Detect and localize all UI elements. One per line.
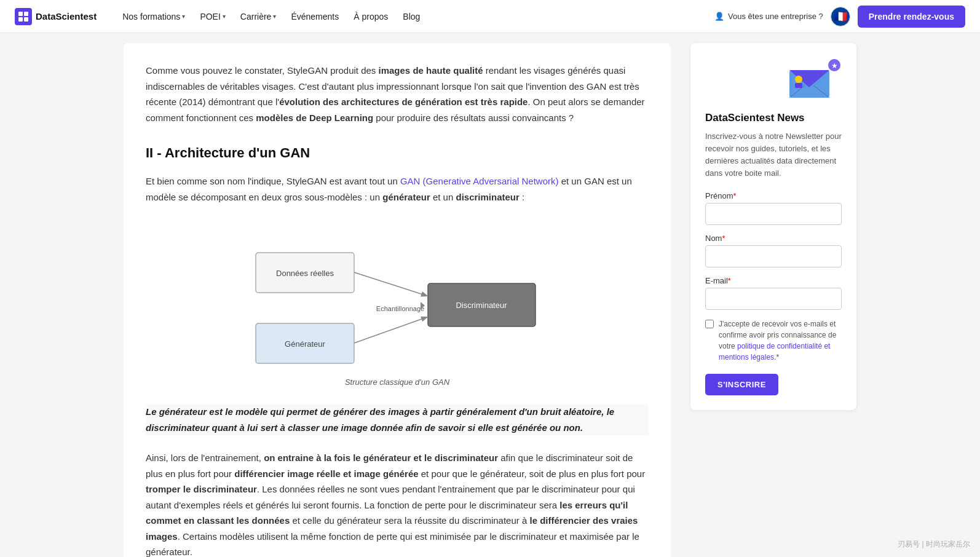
body-paragraph-1: Et bien comme son nom l'indique, StyleGA… [146,173,649,205]
section-title: II - Architecture d'un GAN [146,145,649,161]
language-selector[interactable]: 🇫🇷 [831,7,850,26]
svg-text:Discriminateur: Discriminateur [456,301,507,310]
chevron-down-icon: ▾ [273,13,276,20]
prenom-input[interactable] [705,203,842,225]
enterprise-icon: 👤 [714,12,724,21]
svg-line-11 [354,317,427,343]
nav-item-nos-formations[interactable]: Nos formations▾ [116,8,191,25]
newsletter-title: DataScientest News [705,112,842,124]
enterprise-button[interactable]: 👤 Vous êtes une entreprise ? [714,12,823,21]
svg-text:Générateur: Générateur [285,339,325,349]
nav-item-à-propos[interactable]: À propos [347,8,394,25]
watermark: 刃易号 | 时尚玩家岳尔 [898,539,970,550]
newsletter-icon: ★ [786,58,842,107]
svg-text:Données réelles: Données réelles [276,269,334,278]
svg-text:★: ★ [831,61,838,70]
diagram-caption: Structure classique d'un GAN [345,377,449,387]
email-label: E-mail* [705,276,842,285]
consent-label: J'accepte de recevoir vos e-mails et con… [719,318,842,363]
logo-text: DataScientest [36,11,97,22]
chevron-down-icon: ▾ [182,13,185,20]
svg-rect-0 [18,12,23,16]
email-input[interactable] [705,288,842,310]
nav-label: Nos formations [122,12,180,22]
body-paragraph-2: Ainsi, lors de l'entrainement, on entrai… [146,450,649,557]
gan-link[interactable]: GAN (Generative Adversarial Network) [400,176,559,186]
cta-button[interactable]: Prendre rendez-vous [858,6,965,28]
nav-item-blog[interactable]: Blog [397,8,426,25]
newsletter-icon-wrap: ★ [705,58,842,107]
svg-rect-21 [795,83,802,88]
nav-label: Événements [291,12,339,22]
gan-diagram: Données réelles Générateur Discriminateu… [146,222,649,387]
consent-row: J'accepte de recevoir vos e-mails et con… [705,318,842,363]
diagram-svg: Données réelles Générateur Discriminateu… [237,222,557,369]
nav-item-carrière[interactable]: Carrière▾ [234,8,283,25]
prenom-label: Prénom* [705,191,842,200]
email-required: * [728,276,731,285]
nom-input[interactable] [705,245,842,267]
quote-block: Le générateur est le modèle qui permet d… [146,404,649,435]
svg-rect-3 [24,17,28,22]
newsletter-card: ★ DataScientest News Inscrivez-vous à no… [690,43,856,410]
intro-paragraph: Comme vous pouvez le constater, StyleGAN… [146,63,649,125]
prenom-required: * [733,191,737,200]
svg-rect-1 [24,12,28,16]
nav-item-poei[interactable]: POEI▾ [194,8,231,25]
nom-label: Nom* [705,234,842,243]
enterprise-label: Vous êtes une entreprise ? [728,12,823,21]
main-nav: Nos formations▾POEI▾Carrière▾ÉvénementsÀ… [116,8,695,25]
logo-icon [15,8,32,25]
main-content: Comme vous pouvez le constater, StyleGAN… [124,43,671,557]
navbar: DataScientest Nos formations▾POEI▾Carriè… [0,0,980,33]
svg-point-20 [795,76,802,83]
chevron-down-icon: ▾ [223,13,226,20]
logo[interactable]: DataScientest [15,8,97,25]
quote-text: Le générateur est le modèle qui permet d… [146,404,649,435]
svg-text:Echantillonnage: Echantillonnage [376,305,424,312]
subscribe-button[interactable]: S'INSCRIRE [705,374,778,395]
nav-label: Carrière [240,12,272,22]
privacy-link[interactable]: politique de confidentialité et mentions… [719,342,830,361]
nav-label: POEI [200,12,220,22]
nav-label: Blog [403,12,420,22]
sidebar: ★ DataScientest News Inscrivez-vous à no… [690,43,856,557]
newsletter-desc: Inscrivez-vous à notre Newsletter pour r… [705,130,842,180]
flag-icon: 🇫🇷 [834,10,847,23]
nom-required: * [722,234,725,243]
nav-item-événements[interactable]: Événements [285,8,345,25]
page-wrap: Comme vous pouvez le constater, StyleGAN… [109,0,871,557]
svg-line-10 [354,272,427,296]
nav-label: À propos [354,12,388,22]
consent-checkbox[interactable] [705,320,714,328]
svg-rect-2 [18,17,23,22]
navbar-right: 👤 Vous êtes une entreprise ? 🇫🇷 Prendre … [714,6,965,28]
